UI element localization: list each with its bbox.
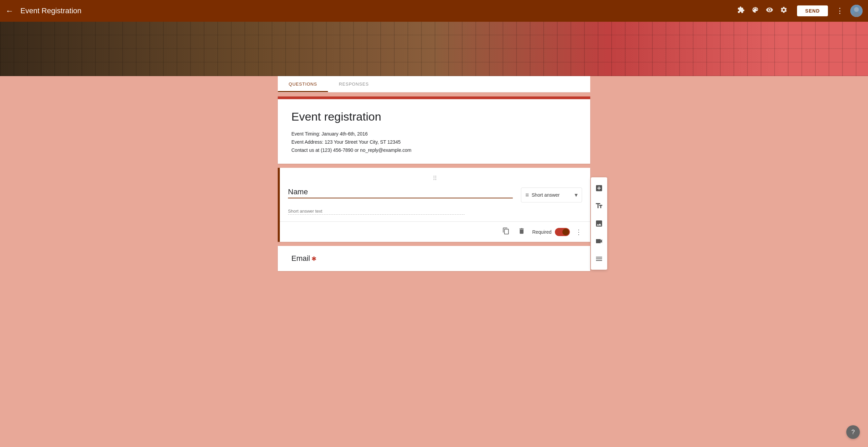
right-toolbar (591, 177, 607, 270)
hero-image (0, 22, 868, 76)
background-right (590, 76, 868, 447)
toolbar-image-button[interactable] (591, 215, 607, 232)
tab-responses[interactable]: RESPONSES (328, 76, 380, 92)
email-question-title: Email (291, 254, 310, 263)
tabs-bar: QUESTIONS RESPONSES (278, 76, 590, 92)
required-toggle-switch[interactable] (555, 228, 570, 236)
question-more-icon[interactable]: ⋮ (575, 228, 582, 236)
short-answer-preview (288, 208, 582, 215)
toolbar-add-button[interactable] (591, 180, 607, 196)
dropdown-arrow-icon: ▾ (575, 191, 578, 199)
copy-icon[interactable] (501, 226, 511, 238)
description-line3: Contact us at (123) 456-7890 or no_reply… (291, 146, 577, 155)
back-icon: ← (5, 6, 14, 16)
puzzle-icon[interactable] (737, 6, 745, 16)
form-description: Event Timing: January 4th-6th, 2016 Even… (291, 130, 577, 154)
drag-dots-icon: ⠿ (433, 175, 438, 182)
topbar: ← Event Registration SEND ⋮ (0, 0, 868, 22)
help-button[interactable]: ? (846, 425, 860, 439)
form-header-card: Event registration Event Timing: January… (278, 96, 590, 164)
more-options-icon[interactable]: ⋮ (836, 6, 844, 15)
description-line2: Event Address: 123 Your Street Your City… (291, 138, 577, 146)
required-star-icon: ✱ (311, 255, 317, 262)
send-button[interactable]: SEND (797, 5, 828, 16)
center-panel: QUESTIONS RESPONSES Event registration E… (278, 76, 590, 447)
question-label-input[interactable] (288, 187, 513, 198)
question-card-email: Email ✱ (278, 246, 590, 271)
question-type-label: Short answer (532, 192, 572, 198)
help-icon: ? (851, 429, 855, 436)
avatar[interactable] (850, 5, 863, 17)
form-title: Event registration (291, 110, 577, 123)
topbar-title: Event Registration (20, 6, 733, 15)
required-label: Required (532, 229, 551, 235)
toolbar-video-button[interactable] (591, 233, 607, 249)
palette-icon[interactable] (752, 6, 759, 16)
toolbar-section-button[interactable] (591, 251, 607, 267)
main-wrapper: QUESTIONS RESPONSES Event registration E… (0, 76, 868, 447)
required-toggle: Required (532, 228, 570, 236)
drag-handle[interactable]: ⠿ (288, 175, 582, 182)
delete-icon[interactable] (517, 226, 527, 238)
topbar-icons: SEND ⋮ (737, 5, 863, 17)
short-answer-preview-input (288, 209, 465, 215)
background-left (0, 76, 278, 447)
settings-icon[interactable] (780, 6, 788, 16)
svg-point-1 (854, 7, 859, 12)
question-type-select[interactable]: ≡ Short answer ▾ (521, 187, 582, 202)
preview-icon[interactable] (766, 6, 773, 16)
question-row: ≡ Short answer ▾ (288, 187, 582, 202)
toolbar-text-button[interactable] (591, 198, 607, 214)
description-line1: Event Timing: January 4th-6th, 2016 (291, 130, 577, 138)
question-card-name: ⠿ ≡ Short answer ▾ (278, 168, 590, 242)
short-answer-icon: ≡ (525, 192, 529, 199)
question-actions: Required ⋮ (288, 222, 582, 242)
tab-questions[interactable]: QUESTIONS (278, 76, 328, 92)
back-button[interactable]: ← (5, 6, 14, 16)
